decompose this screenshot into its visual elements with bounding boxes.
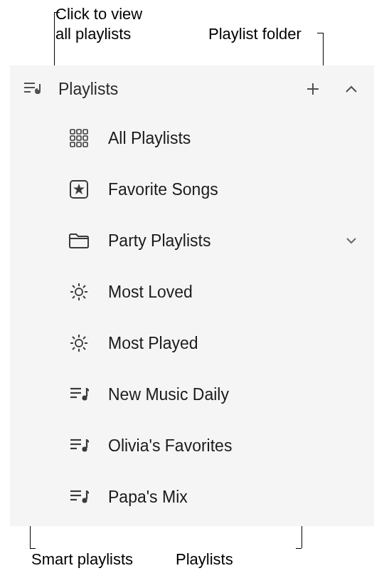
sidebar-item-label: New Music Daily xyxy=(108,385,361,404)
playlist-list: All Playlists Favorite Songs Party Playl… xyxy=(10,112,374,523)
sidebar-item-new-music-daily[interactable]: New Music Daily xyxy=(10,369,374,420)
svg-rect-11 xyxy=(83,136,87,140)
svg-point-43 xyxy=(82,447,87,452)
svg-line-24 xyxy=(83,296,85,298)
svg-rect-9 xyxy=(70,136,75,140)
sidebar-item-most-loved[interactable]: Most Loved xyxy=(10,266,374,317)
callout-bottom-left: Smart playlists xyxy=(31,550,133,569)
svg-point-18 xyxy=(75,288,82,295)
playlists-sidebar: Playlists All Pl xyxy=(10,65,374,526)
folder-icon xyxy=(67,229,91,253)
callout-text: Click to view xyxy=(55,4,142,24)
collapse-section-button[interactable] xyxy=(338,76,364,102)
svg-marker-16 xyxy=(73,184,85,194)
sidebar-item-label: Most Played xyxy=(108,334,361,353)
sidebar-item-most-played[interactable]: Most Played xyxy=(10,317,374,369)
callout-top-left: Click to view all playlists xyxy=(55,4,142,43)
playlist-header-icon xyxy=(20,76,46,102)
svg-line-33 xyxy=(83,347,85,350)
callout-text: Playlists xyxy=(176,550,233,568)
callout-text: Smart playlists xyxy=(31,550,133,568)
svg-point-27 xyxy=(75,340,82,347)
svg-line-25 xyxy=(83,285,85,288)
svg-rect-7 xyxy=(77,130,81,134)
playlist-icon xyxy=(67,434,91,458)
svg-rect-12 xyxy=(70,142,75,147)
svg-rect-14 xyxy=(83,142,87,147)
callout-top-right: Playlist folder xyxy=(208,24,302,44)
sidebar-title: Playlists xyxy=(58,80,287,99)
playlist-icon xyxy=(67,485,91,509)
sidebar-item-all-playlists[interactable]: All Playlists xyxy=(10,112,374,164)
callout-text: Playlist folder xyxy=(208,25,302,43)
svg-line-23 xyxy=(73,285,75,288)
svg-point-3 xyxy=(36,90,40,94)
gear-icon xyxy=(67,280,91,304)
svg-rect-10 xyxy=(77,136,81,140)
sidebar-item-favorite-songs[interactable]: Favorite Songs xyxy=(10,164,374,215)
sidebar-item-label: Olivia's Favorites xyxy=(108,436,361,456)
svg-line-26 xyxy=(73,296,75,298)
star-box-icon xyxy=(67,177,91,201)
sidebar-item-party-playlists[interactable]: Party Playlists xyxy=(10,215,374,266)
sidebar-header: Playlists xyxy=(10,65,374,112)
svg-point-47 xyxy=(82,498,87,503)
svg-rect-6 xyxy=(70,130,75,134)
sidebar-item-papas-mix[interactable]: Papa's Mix xyxy=(10,471,374,523)
svg-rect-8 xyxy=(83,130,87,134)
svg-line-34 xyxy=(83,337,85,339)
sidebar-item-label: Papa's Mix xyxy=(108,488,361,507)
sidebar-item-label: Party Playlists xyxy=(108,231,324,251)
add-playlist-button[interactable] xyxy=(300,76,326,102)
sidebar-item-olivias-favorites[interactable]: Olivia's Favorites xyxy=(10,420,374,471)
chevron-down-icon[interactable] xyxy=(341,231,361,251)
grid-icon xyxy=(67,126,91,150)
callout-text: all playlists xyxy=(55,24,142,44)
callout-bottom-right: Playlists xyxy=(176,550,233,569)
sidebar-item-label: Most Loved xyxy=(108,283,361,302)
svg-rect-13 xyxy=(77,142,81,147)
svg-line-35 xyxy=(73,347,75,350)
playlist-icon xyxy=(67,382,91,406)
sidebar-item-label: Favorite Songs xyxy=(108,180,361,199)
gear-icon xyxy=(67,331,91,355)
svg-line-32 xyxy=(73,337,75,339)
svg-point-39 xyxy=(82,396,87,401)
sidebar-item-label: All Playlists xyxy=(108,129,361,148)
